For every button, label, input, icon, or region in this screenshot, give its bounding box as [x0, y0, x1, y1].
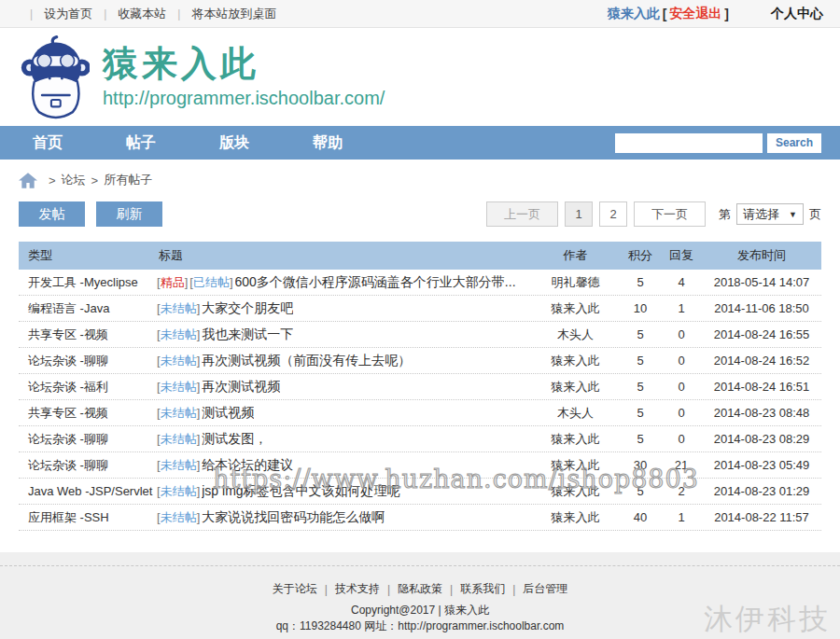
tag-bracket: ]: [197, 458, 201, 472]
post-title-link[interactable]: 再次测试视频（前面没有传上去呢）: [202, 353, 411, 369]
tag-text: 未结帖: [161, 458, 197, 472]
topbar-link[interactable]: 收藏本站: [118, 6, 166, 22]
tag-text: 未结帖: [161, 432, 197, 446]
footer-separator: |: [387, 583, 390, 596]
post-title-cell: [未结帖]测试发图，: [157, 431, 531, 448]
prev-page-button[interactable]: 上一页: [486, 201, 558, 227]
post-author: 明礼馨德: [531, 274, 620, 291]
post-type: 论坛杂谈 -聊聊: [19, 431, 157, 448]
post-tag: [未结帖]: [157, 431, 200, 448]
footer-separator: |: [450, 583, 453, 596]
page-select-dropdown[interactable]: 请选择 ▼: [736, 203, 804, 225]
table-row: Java Web -JSP/Servlet[未结帖]jsp img标签包含中文该…: [19, 479, 821, 505]
footer-gap: [0, 552, 840, 565]
tag-bracket: ]: [197, 432, 201, 446]
topbar-link[interactable]: 将本站放到桌面: [191, 6, 276, 22]
post-type: Java Web -JSP/Servlet: [19, 484, 157, 498]
post-title-link[interactable]: 我也来测试一下: [202, 326, 293, 343]
post-tag: [未结帖]: [157, 326, 200, 343]
post-title-cell: [未结帖]jsp img标签包含中文该如何处理呢: [157, 483, 531, 500]
post-date: 2014-08-24 16:52: [702, 354, 821, 368]
nav-item-帖子[interactable]: 帖子: [112, 133, 205, 153]
footer-link[interactable]: 技术支持: [335, 581, 380, 597]
post-title-link[interactable]: 再次测试视频: [202, 379, 280, 396]
tag-bracket: ]: [197, 327, 201, 341]
breadcrumb-sep: >: [49, 174, 56, 188]
tag-bracket: ]: [197, 510, 201, 524]
footer-links: 关于论坛|技术支持|隐私政策|联系我们|后台管理: [0, 581, 840, 597]
post-author: 猿来入此: [531, 300, 620, 317]
page-button-1[interactable]: 1: [565, 201, 593, 227]
footer-link[interactable]: 关于论坛: [273, 581, 317, 597]
post-title-cell: [精品][已结帖]600多个微信小程序源码涵盖各个行业大部分带...: [157, 274, 531, 291]
breadcrumb-all-posts-link[interactable]: 所有帖子: [104, 172, 152, 188]
post-score: 5: [620, 275, 661, 289]
bracket-close: ]: [724, 7, 729, 21]
footer-separator: |: [325, 583, 328, 596]
table-body: 开发工具 -Myeclipse[精品][已结帖]600多个微信小程序源码涵盖各个…: [19, 270, 821, 531]
tag-text: 未结帖: [161, 406, 197, 420]
post-tag: [已结帖]: [189, 274, 232, 291]
tag-text: 已结帖: [193, 275, 230, 289]
tag-text: 未结帖: [161, 484, 197, 498]
tag-bracket: ]: [230, 275, 233, 289]
col-header-date: 发布时间: [702, 247, 821, 264]
logout-link[interactable]: 安全退出: [669, 6, 721, 22]
footer-link[interactable]: 联系我们: [460, 581, 505, 597]
breadcrumb: > 论坛 > 所有帖子: [0, 160, 840, 188]
nav-item-帮助[interactable]: 帮助: [299, 133, 392, 153]
post-title-link[interactable]: 大家交个朋友吧: [202, 300, 293, 317]
post-tag: [未结帖]: [157, 509, 200, 526]
table-row: 共享专区 -视频[未结帖]测试视频木头人502014-08-23 08:48: [19, 400, 821, 426]
post-replies: 1: [661, 510, 702, 524]
post-title-link[interactable]: 测试发图，: [202, 431, 267, 448]
new-post-button[interactable]: 发帖: [19, 201, 85, 227]
monkey-logo-icon[interactable]: [21, 35, 90, 121]
tag-text: 未结帖: [161, 380, 197, 394]
footer-link[interactable]: 后台管理: [523, 581, 567, 597]
post-replies: 21: [661, 458, 702, 472]
home-icon[interactable]: [19, 173, 37, 188]
personal-center-link[interactable]: 个人中心: [771, 6, 823, 22]
post-score: 5: [620, 432, 661, 446]
table-row: 共享专区 -视频[未结帖]我也来测试一下木头人502014-08-24 16:5…: [19, 322, 821, 348]
post-author: 猿来入此: [531, 483, 620, 500]
post-title-link[interactable]: 600多个微信小程序源码涵盖各个行业大部分带...: [235, 274, 516, 291]
nav-item-首页[interactable]: 首页: [19, 133, 112, 153]
search-button[interactable]: Search: [767, 133, 821, 153]
nav-item-版块[interactable]: 版块: [205, 133, 299, 153]
page-number-buttons: 12: [558, 201, 627, 227]
post-title-link[interactable]: 测试视频: [202, 405, 254, 422]
post-tag: [未结帖]: [157, 379, 200, 396]
refresh-button[interactable]: 刷新: [96, 201, 162, 227]
tag-text: 未结帖: [161, 510, 197, 524]
post-title-cell: [未结帖]再次测试视频（前面没有传上去呢）: [157, 353, 531, 369]
content-area: > 论坛 > 所有帖子 发帖 刷新 上一页 12 下一页 第 请选择 ▼ 页 类…: [0, 160, 840, 552]
post-type: 论坛杂谈 -聊聊: [19, 457, 157, 474]
post-title-link[interactable]: 给本论坛的建议: [202, 457, 293, 474]
table-row: 应用框架 -SSH[未结帖]大家说说找回密码功能怎么做啊猿来入此4012014-…: [19, 505, 821, 531]
page-button-2[interactable]: 2: [599, 201, 627, 227]
site-identity: 猿来入此 http://programmer.ischoolbar.com/: [103, 43, 385, 112]
topbar-account: 猿来入此 [ 安全退出 ] 个人中心: [608, 6, 823, 22]
topbar-link[interactable]: 设为首页: [44, 6, 92, 22]
post-title-link[interactable]: 大家说说找回密码功能怎么做啊: [202, 509, 385, 526]
jump-prefix-label: 第: [719, 206, 731, 223]
tag-text: 精品: [161, 275, 185, 289]
username-link[interactable]: 猿来入此: [608, 6, 660, 22]
tag-bracket: ]: [197, 301, 201, 315]
post-title-link[interactable]: jsp img标签包含中文该如何处理呢: [202, 483, 399, 500]
table-row: 开发工具 -Myeclipse[精品][已结帖]600多个微信小程序源码涵盖各个…: [19, 270, 821, 296]
search-input[interactable]: [615, 133, 763, 153]
post-tag: [未结帖]: [157, 457, 200, 474]
footer-link[interactable]: 隐私政策: [398, 581, 442, 597]
next-page-button[interactable]: 下一页: [634, 201, 706, 227]
nav-items: 首页帖子版块帮助: [19, 133, 392, 153]
footer-copyright: Copyright@2017 | 猿来入此: [0, 603, 840, 618]
post-score: 5: [620, 406, 661, 420]
post-author: 木头人: [531, 405, 620, 422]
jump-suffix-label: 页: [809, 206, 821, 223]
breadcrumb-forum-link[interactable]: 论坛: [62, 172, 86, 188]
post-replies: 1: [661, 301, 702, 315]
topbar-separator: |: [104, 7, 106, 21]
